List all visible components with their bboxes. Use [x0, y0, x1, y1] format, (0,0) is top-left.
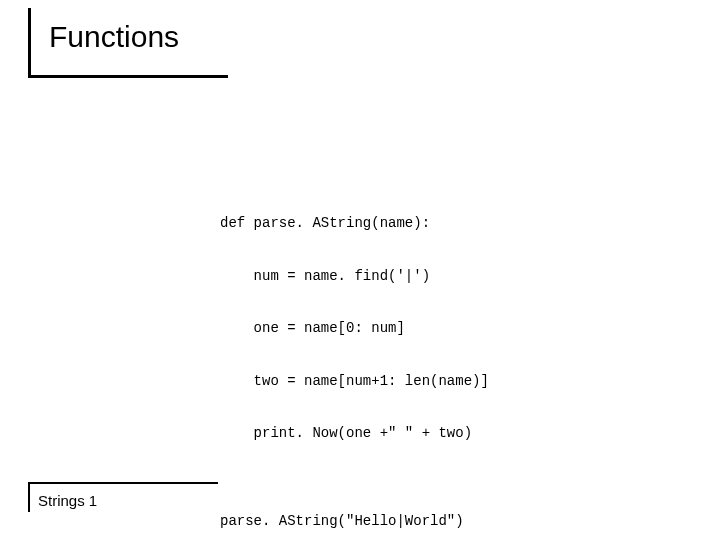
code-line: num = name. find('|') — [220, 268, 489, 286]
code-line: one = name[0: num] — [220, 320, 489, 338]
code-block: def parse. AString(name): num = name. fi… — [220, 180, 489, 540]
footer-label: Strings 1 — [38, 492, 218, 509]
code-line: two = name[num+1: len(name)] — [220, 373, 489, 391]
footer-box: Strings 1 — [28, 482, 218, 512]
code-line: def parse. AString(name): — [220, 215, 489, 233]
page-title: Functions — [49, 20, 228, 54]
title-box: Functions — [28, 8, 228, 78]
code-line: parse. AString("Hello|World") — [220, 513, 489, 531]
code-line: print. Now(one +" " + two) — [220, 425, 489, 443]
